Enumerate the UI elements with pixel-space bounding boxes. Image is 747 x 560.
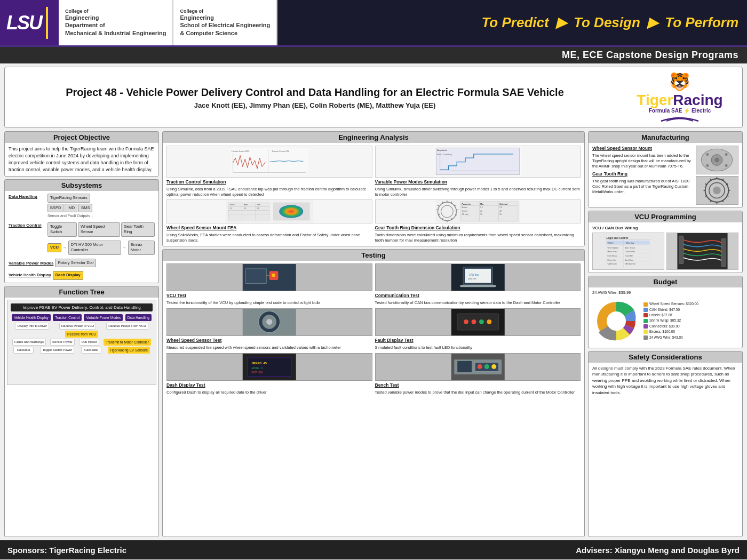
svg-rect-139 [721,239,726,267]
project-title-text: Project 48 - Vehicle Power Delivery Cont… [11,86,618,109]
vcu-programming-content: VCU / CAN Bus Wiring Logic and Control V… [589,222,742,273]
test-vcu: VCU Test Tested the functionality of the… [166,263,372,306]
manufacturing-header: Manufacturing [589,132,742,143]
safety-header: Safety Considerations [589,351,742,363]
svg-point-89 [484,364,489,369]
school-engineering: Engineering [180,14,270,21]
school-info: College of Engineering School of Electri… [173,0,277,45]
svg-rect-59 [245,269,266,284]
tiger-icon: 🐯 [669,71,690,92]
test-wss: Wheel Speed Sensor Test Measured suspend… [166,308,372,350]
main-content: Project 48 - Vehicle Power Delivery Cont… [0,63,747,540]
mfg-layout: Wheel Speed Sensor Mount The wheel speed… [592,146,738,205]
svg-point-20 [279,205,303,218]
tiger-racing-logo: 🐯 TigerRacing Formula SAE ⚡ Electric [618,71,736,123]
test-bench-title: Bench Test [375,382,581,389]
fea-chart-placeholder: Front Rear FoS 4.2 3.8 2.1 [166,199,372,223]
svg-text:Current Limit: Current Limit [625,251,635,253]
svg-text:SPEED: 45: SPEED: 45 [251,362,266,365]
mfg-wss: Wheel Speed Sensor Mount The wheel speed… [592,146,693,169]
vcu-programming-section: VCU Programming VCU / CAN Bus Wiring Log… [588,211,743,273]
subsystems-content: Data Handling TigerRacing Sensors BSPD I… [5,191,158,283]
svg-text:Fault Status: Fault Status [607,255,617,257]
svg-point-78 [487,319,491,324]
gear-chart-placeholder: Parameter Min Selected Module 0.5 1.0 Te… [375,199,581,223]
legend-conn-label: Connectors: $30.00 [649,324,680,329]
svg-text:Fault LED: Fault LED [625,255,633,257]
legend-shrink: Shrink Wrap: $85.32 [643,318,698,323]
svg-point-96 [725,154,727,156]
test-fault: Fault Display Test Simulated fault condi… [375,308,581,350]
budget-legend: Wheel Speed Sensors: $320.00 CAN Shield:… [643,301,698,340]
test-dash-title: Dash Display Test [166,382,372,389]
mfg-images [696,146,738,205]
test-comm: CAN Bus Data: OK Communication Test Test… [375,263,581,306]
budget-section: Budget 24 AWG Wire: $39.99 [588,276,743,348]
objective-text: This project aims to help the TigerRacin… [9,146,155,173]
function-tree-diagram: Improve FSAE EV Power Delivery, Control,… [7,300,156,385]
bench-test-svg [376,354,581,380]
dh-components: TigerRacing Sensors BSPD IMD BMS Sensor … [47,194,93,219]
dh-bms: BMS [78,204,92,213]
dh-row1: TigerRacing Sensors [47,194,93,203]
test-comm-title: Communication Test [375,293,581,299]
svg-point-72 [266,319,272,325]
svg-text:Amplitudo: Amplitudo [437,149,447,151]
school-college-label: College of [180,9,270,14]
vpm-svg: Amplitudo Mode 1-5 switching [376,146,581,177]
objective-header: Project Objective [5,132,158,143]
budget-content: 24 AWG Wire: $39.99 [589,287,742,348]
svg-text:Front: Front [230,204,234,206]
wss-test-svg [167,309,372,335]
eng-traction-item: Traction Control Simulation Using Simuli… [166,179,372,197]
subsystems-section: Subsystems Data Handling TigerRacing Sen… [4,179,159,283]
svg-text:Selected: Selected [499,203,507,205]
svg-point-88 [477,364,482,369]
legend-shrink-label: Shrink Wrap: $85.32 [649,318,681,323]
safety-text: All designs must comply with the 2023 Fo… [592,365,738,396]
vcu-wiring-img [666,233,738,270]
eng-vpm-title: Variable Power Modes Simulation [375,179,581,186]
vcu-arrow: → [63,245,67,251]
school-sub: & Computer Science [180,29,270,37]
legend-wss-label: Wheel Speed Sensors: $320.00 [649,301,698,307]
tc-wss: Wheel Speed Sensor [78,222,120,237]
svg-point-141 [607,311,626,331]
svg-text:OD (mm): OD (mm) [462,213,468,215]
svg-rect-74 [457,314,498,330]
test-wss-img [166,308,372,336]
tc-row1: Toggle Switch Wheel Speed Sensor Gear To… [47,222,155,237]
legend-labels: Labels: $37.08 [643,313,698,318]
test-dash-img: SPEED: 45 MODE: 3 BATT: 85% [166,353,372,381]
branch-dh: Data Handling [125,314,152,321]
branch-vhd: Vehicle Health Display [12,314,51,321]
team-sub: Formula SAE ⚡ Electric [649,108,711,114]
eng-gear-text: Tooth dimensions were calculated using m… [375,233,581,243]
function-tree-header: Function Tree [5,286,158,298]
budget-pie-chart [592,297,640,345]
legend-can-swatch [643,308,648,312]
budget-header: Budget [589,276,742,287]
fn-tigerracing-ev: TigerRacing EV Sensors [108,347,150,354]
svg-text:BATT: 85%: BATT: 85% [251,371,263,374]
mfg-upright-svg [696,146,738,174]
mfg-img-gear [696,176,738,205]
objective-content: This project aims to help the TigerRacin… [5,143,158,176]
tagline-predict: To Predict [481,14,549,30]
lsu-logo: LSU [6,12,42,34]
test-bench-text: Tested variable power modes to prove tha… [375,390,581,395]
racing-text: Racing [673,92,722,108]
mfg-gear-title: Gear Tooth Ring [592,171,693,178]
svg-text:CAN Bus Out: CAN Bus Out [625,263,635,265]
svg-point-77 [479,319,483,324]
test-wss-text: Measured suspended tire speed with wheel… [166,345,372,350]
three-column-layout: Project Objective This project aims to h… [4,131,743,537]
svg-text:Rear: Rear [244,204,249,206]
subsys-data-handling: Data Handling TigerRacing Sensors BSPD I… [9,194,155,219]
mc-arrow: → [123,245,126,251]
middle-column: Engineering Analysis Traction Control OF… [162,131,585,537]
function-tree-section: Function Tree Improve FSAE EV Power Deli… [4,286,159,537]
vcu-box: VCU [47,243,61,252]
vcu-programming-header: VCU Programming [589,211,742,222]
svg-point-102 [713,187,721,195]
